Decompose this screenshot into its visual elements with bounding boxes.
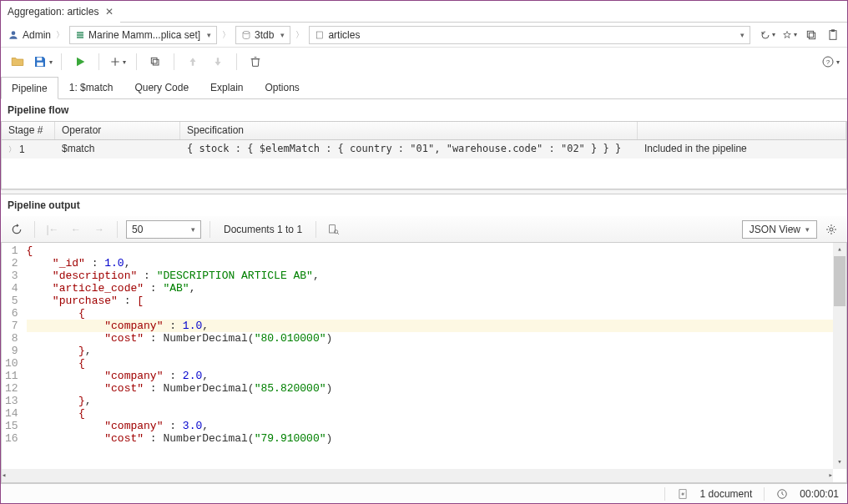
pipeline-empty-area <box>2 159 846 189</box>
svg-rect-9 <box>831 29 835 32</box>
cluster-dropdown[interactable]: Marine Mamm...plica set] ▾ <box>69 26 217 44</box>
svg-point-0 <box>12 31 16 35</box>
stage-included: Included in the pipeline <box>638 140 846 159</box>
close-icon[interactable]: ✕ <box>105 6 114 18</box>
svg-point-4 <box>243 31 250 33</box>
pipeline-flow-title: Pipeline flow <box>1 99 847 121</box>
col-stage[interactable]: Stage # <box>2 122 55 139</box>
tab-match[interactable]: 1: $match <box>58 76 124 98</box>
pipeline-output-title: Pipeline output <box>1 194 847 216</box>
document-count: 1 document <box>700 488 753 500</box>
vertical-scrollbar[interactable]: ▴ ▾ <box>833 243 846 469</box>
page-size-value: 50 <box>132 224 143 235</box>
scroll-thumb[interactable] <box>834 256 845 306</box>
user-icon <box>8 29 19 41</box>
json-output[interactable]: 12345678910111213141516 { "_id" : 1.0, "… <box>1 243 847 483</box>
line-gutter: 12345678910111213141516 <box>2 243 23 482</box>
pipeline-table: Stage # Operator Specification 〉 1 $matc… <box>1 121 847 189</box>
document-tab-bar: Aggregation: articles ✕ <box>1 1 847 23</box>
refresh-button[interactable] <box>8 220 26 239</box>
clock-icon <box>776 488 788 500</box>
paste-button[interactable] <box>825 28 840 43</box>
delete-button[interactable] <box>245 52 265 72</box>
collection-dropdown[interactable]: articles ▾ <box>309 26 750 44</box>
favorite-button[interactable]: ▾ <box>782 28 797 43</box>
separator <box>117 221 118 238</box>
svg-rect-2 <box>77 34 83 37</box>
duplicate-button[interactable] <box>145 52 165 72</box>
first-page-button[interactable]: |← <box>43 220 62 239</box>
stage-operator: $match <box>55 140 180 159</box>
separator <box>664 487 665 501</box>
document-tab[interactable]: Aggregation: articles ✕ <box>1 1 120 23</box>
find-button[interactable] <box>325 220 343 239</box>
svg-rect-13 <box>151 58 157 63</box>
code-content[interactable]: { "_id" : 1.0, "description" : "DESCRIPT… <box>23 243 846 482</box>
separator <box>98 53 99 70</box>
separator <box>315 221 316 238</box>
page-size-dropdown[interactable]: 50 ▾ <box>126 220 201 239</box>
move-up-button[interactable] <box>183 52 203 72</box>
col-operator[interactable]: Operator <box>55 122 180 139</box>
svg-rect-6 <box>809 33 815 38</box>
settings-button[interactable] <box>822 220 840 239</box>
svg-rect-1 <box>77 32 83 34</box>
collection-icon <box>315 30 325 40</box>
svg-rect-5 <box>317 32 323 38</box>
chevron-down-icon: ▾ <box>794 31 797 38</box>
svg-rect-10 <box>37 58 42 61</box>
svg-point-18 <box>830 228 833 231</box>
pipeline-header-row: Stage # Operator Specification <box>2 122 846 140</box>
run-button[interactable] <box>70 52 90 72</box>
tab-pipeline[interactable]: Pipeline <box>1 77 58 99</box>
tab-explain[interactable]: Explain <box>199 76 254 98</box>
col-specification[interactable]: Specification <box>180 122 638 139</box>
scroll-down-icon[interactable]: ▾ <box>833 456 846 469</box>
history-button[interactable]: ▾ <box>760 28 775 43</box>
stage-tabs: Pipeline 1: $match Query Code Explain Op… <box>1 76 847 99</box>
database-icon <box>241 30 251 40</box>
chevron-down-icon: ▾ <box>740 31 745 39</box>
svg-rect-7 <box>807 31 813 37</box>
server-icon <box>75 30 85 40</box>
next-page-button[interactable]: → <box>90 220 109 239</box>
horizontal-scrollbar[interactable]: ◂ ▸ <box>2 469 833 482</box>
chevron-right-icon: 〉 <box>220 29 232 41</box>
chevron-right-icon: 〉 <box>54 29 66 41</box>
database-label: 3tdb <box>255 29 274 41</box>
svg-text:?: ? <box>826 58 830 66</box>
stage-spec: { stock : { $elemMatch : { country : "01… <box>180 140 638 159</box>
prev-page-button[interactable]: ← <box>67 220 85 239</box>
col-included[interactable] <box>638 122 846 139</box>
chevron-down-icon: ▾ <box>805 225 810 234</box>
output-toolbar: |← ← → 50 ▾ Documents 1 to 1 JSON View ▾ <box>1 216 847 243</box>
tab-query-code[interactable]: Query Code <box>124 76 199 98</box>
breadcrumb-user: Admin <box>23 29 51 41</box>
scroll-right-icon[interactable]: ▸ <box>829 469 833 482</box>
help-button[interactable]: ? ▾ <box>820 52 840 72</box>
chevron-down-icon: ▾ <box>207 31 211 39</box>
pipeline-row[interactable]: 〉 1 $match { stock : { $elemMatch : { co… <box>2 140 846 159</box>
chevron-down-icon: ▾ <box>836 58 840 66</box>
scroll-up-icon[interactable]: ▴ <box>833 243 846 256</box>
tab-options[interactable]: Options <box>254 76 310 98</box>
add-stage-button[interactable]: ▾ <box>108 52 128 72</box>
open-button[interactable] <box>8 52 28 72</box>
view-mode-dropdown[interactable]: JSON View ▾ <box>742 220 817 239</box>
view-mode-label: JSON View <box>750 224 800 235</box>
database-dropdown[interactable]: 3tdb ▾ <box>235 26 290 44</box>
copy-button[interactable] <box>804 28 819 43</box>
breadcrumb: Admin 〉 Marine Mamm...plica set] ▾ 〉 3td… <box>1 23 847 48</box>
move-down-button[interactable] <box>208 52 228 72</box>
chevron-down-icon: ▾ <box>49 58 53 66</box>
save-button[interactable]: ▾ <box>33 52 53 72</box>
main-toolbar: ▾ ▾ ? ▾ <box>1 48 847 76</box>
chevron-down-icon: ▾ <box>280 31 285 39</box>
separator <box>136 53 137 70</box>
chevron-down-icon: ▾ <box>191 225 195 234</box>
svg-text:#: # <box>681 491 684 496</box>
chevron-right-icon[interactable]: 〉 <box>8 144 16 155</box>
document-range: Documents 1 to 1 <box>219 224 307 235</box>
svg-rect-8 <box>830 30 836 39</box>
stage-number: 1 <box>19 144 25 155</box>
